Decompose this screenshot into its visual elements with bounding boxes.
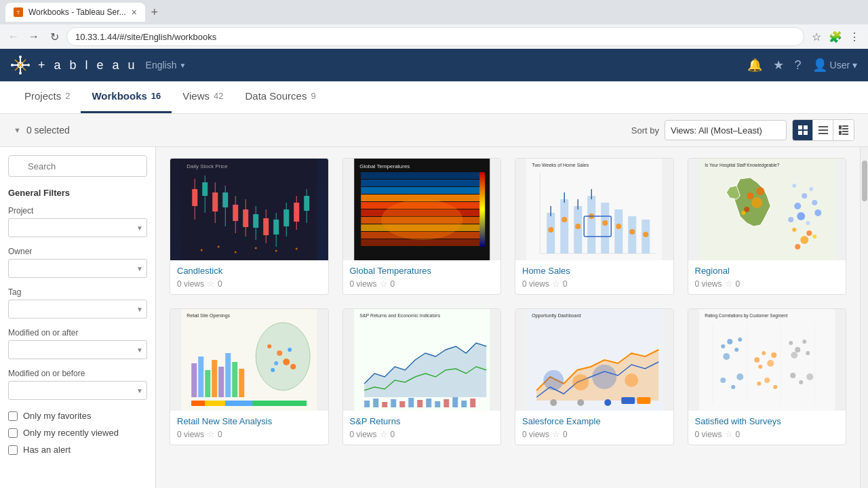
nav-tabs: Projects 2 Workbooks 16 Views 42 Data So…: [0, 81, 868, 114]
modified-before-select[interactable]: [8, 381, 147, 400]
svg-rect-121: [218, 367, 224, 397]
workbook-star-salesforce[interactable]: ☆: [552, 429, 560, 439]
svg-rect-34: [233, 205, 238, 221]
svg-point-8: [11, 64, 14, 66]
svg-point-189: [757, 382, 761, 386]
workbook-card-salesforce[interactable]: Opportunity Dashboard: [515, 308, 674, 445]
workbook-card-candlestick[interactable]: Daily Stock Price: [170, 158, 329, 295]
workbook-star-global-temperatures[interactable]: ☆: [380, 279, 388, 289]
search-input[interactable]: [8, 155, 147, 177]
bookmark-icon[interactable]: ☆: [808, 28, 825, 45]
svg-rect-163: [621, 397, 635, 404]
tab-workbooks[interactable]: Workbooks 16: [81, 81, 172, 113]
workbook-card-retail-site[interactable]: Retail Site Openings: [170, 308, 329, 445]
help-icon[interactable]: ?: [795, 58, 802, 73]
user-icon: 👤: [812, 58, 827, 73]
workbook-star-home-sales[interactable]: ☆: [552, 279, 560, 289]
only-recent-checkbox-item[interactable]: Only my recently viewed: [8, 428, 147, 438]
view-detail-button[interactable]: [833, 120, 854, 140]
svg-rect-17: [839, 125, 842, 129]
workbook-card-sp-returns[interactable]: S&P Returns and Economic Indicators: [342, 308, 502, 445]
svg-point-177: [762, 351, 766, 355]
notifications-icon[interactable]: 🔔: [747, 58, 762, 73]
tab-views[interactable]: Views 42: [172, 81, 234, 113]
new-tab-button[interactable]: +: [145, 3, 164, 22]
svg-point-194: [806, 373, 813, 380]
workbook-star-count-home-sales: 0: [563, 279, 568, 289]
main-content: Daily Stock Price: [156, 147, 860, 488]
workbook-info-sp-returns: S&P Returns 0 views ☆ 0: [343, 411, 501, 445]
search-wrapper: 🔍: [8, 155, 147, 177]
only-favorites-checkbox-item[interactable]: Only my favorites: [8, 411, 147, 421]
workbook-star-retail-site[interactable]: ☆: [207, 429, 215, 439]
svg-rect-124: [239, 369, 244, 397]
svg-rect-145: [408, 398, 414, 407]
address-bar[interactable]: [66, 27, 804, 46]
back-button[interactable]: ←: [5, 28, 22, 45]
svg-point-103: [794, 203, 801, 209]
tab-projects[interactable]: Projects 2: [14, 81, 81, 113]
favorites-icon[interactable]: ★: [773, 58, 784, 73]
workbook-meta-candlestick: 0 views ☆ 0: [177, 279, 321, 289]
only-recent-checkbox[interactable]: [8, 428, 18, 438]
refresh-button[interactable]: ↻: [46, 28, 62, 45]
svg-point-112: [800, 236, 808, 244]
owner-filter-select[interactable]: [8, 259, 147, 278]
svg-rect-14: [818, 126, 828, 127]
modified-after-select[interactable]: [8, 340, 147, 359]
svg-point-109: [814, 209, 821, 216]
active-browser-tab[interactable]: T Workbooks - Tableau Ser... ×: [5, 3, 145, 22]
forward-button[interactable]: →: [26, 28, 42, 45]
modified-after-label: Modified on or after: [8, 328, 147, 338]
svg-rect-40: [263, 218, 269, 235]
project-filter-select[interactable]: [8, 218, 147, 237]
svg-rect-16: [818, 133, 828, 134]
extensions-icon[interactable]: 🧩: [827, 28, 844, 45]
workbook-card-regional[interactable]: Is Your Hospital Staff Knowledgeable?: [688, 158, 847, 295]
svg-point-159: [625, 373, 638, 387]
tab-close-button[interactable]: ×: [132, 7, 137, 18]
workbook-star-satisfied-surveys[interactable]: ☆: [725, 429, 733, 439]
workbook-star-candlestick[interactable]: ☆: [207, 279, 215, 289]
svg-point-174: [723, 353, 730, 360]
svg-rect-120: [212, 360, 217, 397]
svg-rect-141: [373, 399, 378, 407]
workbook-views-retail-site: 0 views: [177, 430, 204, 439]
workbook-card-global-temperatures[interactable]: Global Temperatures: [342, 158, 502, 295]
workbook-views-global-temperatures: 0 views: [350, 279, 377, 289]
view-grid-button[interactable]: [793, 120, 813, 140]
workbook-star-sp-returns[interactable]: ☆: [380, 429, 388, 439]
tableau-logo-icon: [11, 56, 30, 75]
tab-datasources[interactable]: Data Sources 9: [235, 81, 327, 113]
menu-icon[interactable]: ⋮: [846, 28, 863, 45]
workbook-name-satisfied-surveys: Satisfied with Surveys: [695, 416, 840, 426]
sort-select[interactable]: Views: All (Most–Least) Views: All (Leas…: [665, 120, 787, 140]
tag-filter-select[interactable]: [8, 300, 147, 319]
svg-rect-74: [560, 199, 568, 253]
view-list-button[interactable]: [813, 120, 833, 140]
svg-point-130: [274, 361, 278, 365]
scrollbar[interactable]: [860, 147, 868, 488]
svg-point-53: [275, 250, 277, 252]
svg-rect-32: [222, 192, 228, 207]
workbook-name-regional: Regional: [695, 266, 840, 276]
workbook-meta-sp-returns: 0 views ☆ 0: [350, 429, 494, 439]
user-menu[interactable]: 👤 User ▾: [812, 58, 857, 73]
workbook-star-count-satisfied-surveys: 0: [736, 430, 741, 439]
workbooks-grid: Daily Stock Price: [170, 158, 846, 445]
workbook-card-satisfied-surveys[interactable]: Rating Correlations by Customer Segment: [688, 308, 847, 445]
svg-rect-46: [294, 203, 299, 222]
svg-point-125: [256, 323, 310, 390]
site-selector[interactable]: English ▼: [146, 60, 186, 70]
scrollbar-thumb[interactable]: [862, 161, 867, 201]
has-alert-checkbox-item[interactable]: Has an alert: [8, 445, 147, 455]
svg-rect-28: [202, 182, 208, 196]
tab-datasources-label: Data Sources: [245, 90, 307, 102]
svg-rect-42: [273, 220, 279, 235]
has-alert-checkbox[interactable]: [8, 445, 18, 455]
tab-workbooks-count: 16: [151, 91, 161, 101]
workbook-card-home-sales[interactable]: Two Weeks of Home Sales: [515, 158, 674, 295]
workbook-star-regional[interactable]: ☆: [725, 279, 733, 289]
only-favorites-checkbox[interactable]: [8, 411, 18, 421]
svg-rect-20: [839, 131, 842, 135]
